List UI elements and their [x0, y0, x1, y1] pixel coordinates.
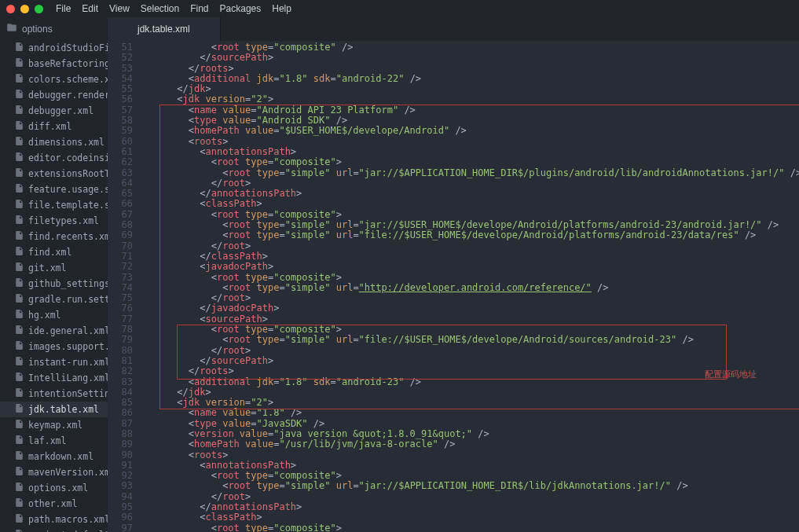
file-item[interactable]: colors.scheme.xml	[0, 72, 108, 87]
file-item[interactable]: git.xml	[0, 260, 108, 276]
menu-selection[interactable]: Selection	[141, 3, 179, 14]
code-content[interactable]: 配置源码地址 <root type="composite" /> </sourc…	[139, 41, 799, 532]
code-line[interactable]: <name value="1.8" />	[139, 408, 799, 418]
menu-edit[interactable]: Edit	[82, 3, 98, 14]
file-item[interactable]: project.default.xml	[0, 527, 108, 532]
file-item[interactable]: images.support.xml	[0, 339, 108, 354]
file-item[interactable]: keymap.xml	[0, 417, 108, 433]
code-line[interactable]: </root>	[139, 241, 799, 251]
code-line[interactable]: <root type="composite">	[139, 471, 799, 481]
code-line[interactable]: <sourcePath>	[139, 314, 799, 325]
code-line[interactable]: <type value="JavaSDK" />	[139, 419, 799, 429]
code-line[interactable]: </sourcePath>	[139, 356, 799, 366]
code-line[interactable]: <jdk version="2">	[139, 94, 799, 105]
file-item[interactable]: github_settings.xml	[0, 276, 108, 292]
file-item[interactable]: markdown.xml	[0, 449, 108, 464]
file-item[interactable]: extensionsRootType.xm	[0, 166, 108, 182]
file-icon	[14, 513, 24, 526]
menu-view[interactable]: View	[109, 3, 130, 14]
code-line[interactable]: <root type="simple" url="jar://$APPLICAT…	[139, 168, 799, 178]
code-line[interactable]: <root type="composite">	[139, 273, 799, 283]
line-number: 94	[108, 492, 133, 502]
line-number: 71	[108, 251, 133, 262]
file-item[interactable]: path.macros.xml	[0, 512, 108, 527]
code-line[interactable]: </roots>	[139, 64, 799, 74]
code-line[interactable]: <root type="composite">	[139, 325, 799, 335]
code-line[interactable]: <classPath>	[139, 199, 799, 209]
code-line[interactable]: <additional jdk="1.8" sdk="android-22" /…	[139, 74, 799, 84]
code-line[interactable]: <jdk version="2">	[139, 398, 799, 408]
file-item[interactable]: debugger.xml	[0, 103, 108, 119]
maximize-window-button[interactable]	[35, 5, 43, 13]
file-item[interactable]: androidStudioFirstRun.x	[0, 40, 108, 56]
file-label: laf.xml	[28, 435, 66, 446]
code-line[interactable]: <root type="simple" url="jar://$APPLICAT…	[139, 481, 799, 491]
file-item[interactable]: IntelliLang.xml	[0, 370, 108, 386]
code-line[interactable]: <root type="composite" />	[139, 42, 799, 53]
file-item[interactable]: mavenVersion.xml	[0, 464, 108, 480]
code-line[interactable]: <root type="simple" url="file://$USER_HO…	[139, 335, 799, 345]
code-line[interactable]: </root>	[139, 346, 799, 356]
code-line[interactable]: </root>	[139, 178, 799, 189]
menu-find[interactable]: Find	[190, 3, 208, 14]
file-list[interactable]: androidStudioFirstRun.xbaseRefactoring.x…	[0, 40, 108, 532]
tab-jdk-table[interactable]: jdk.table.xml	[108, 17, 221, 41]
file-item[interactable]: gradle.run.settings.xml	[0, 292, 108, 307]
code-line[interactable]: <classPath>	[139, 512, 799, 523]
code-line[interactable]: </javadocPath>	[139, 303, 799, 314]
file-item[interactable]: instant-run.xml	[0, 354, 108, 370]
menu-packages[interactable]: Packages	[220, 3, 262, 14]
code-line[interactable]: </jdk>	[139, 387, 799, 398]
file-item[interactable]: diff.xml	[0, 119, 108, 134]
code-line[interactable]: <javadocPath>	[139, 262, 799, 272]
file-item[interactable]: other.xml	[0, 496, 108, 512]
code-line[interactable]: </sourcePath>	[139, 53, 799, 63]
file-icon	[14, 403, 24, 416]
file-item[interactable]: options.xml	[0, 480, 108, 496]
code-line[interactable]: <root type="simple" url="jar://$USER_HOM…	[139, 220, 799, 230]
code-line[interactable]: <root type="simple" url="file://$USER_HO…	[139, 230, 799, 240]
file-item[interactable]: debugger.renderers.xml	[0, 87, 108, 103]
file-item[interactable]: find.recents.xml	[0, 229, 108, 244]
code-line[interactable]: <additional jdk="1.8" sdk="android-23" /…	[139, 377, 799, 387]
file-item[interactable]: dimensions.xml	[0, 134, 108, 150]
code-line[interactable]: <name value="Android API 23 Platform" />	[139, 105, 799, 116]
code-line[interactable]: <root type="composite">	[139, 523, 799, 532]
code-line[interactable]: <root type="composite">	[139, 210, 799, 220]
code-line[interactable]: <roots>	[139, 450, 799, 460]
file-item[interactable]: ide.general.xml	[0, 323, 108, 339]
code-line[interactable]: <annotationsPath>	[139, 147, 799, 157]
code-line[interactable]: </jdk>	[139, 84, 799, 94]
file-item[interactable]: jdk.table.xml	[0, 402, 108, 417]
code-editor[interactable]: 5152535455565758596061626364656667686970…	[108, 41, 799, 532]
file-item[interactable]: intentionSettings.xml	[0, 386, 108, 402]
file-item[interactable]: editor.codeinsight.xml	[0, 150, 108, 166]
file-item[interactable]: feature.usage.statistics.	[0, 182, 108, 197]
sidebar-root[interactable]: options	[0, 17, 108, 40]
minimize-window-button[interactable]	[20, 5, 29, 13]
code-line[interactable]: </root>	[139, 492, 799, 502]
code-line[interactable]: </classPath>	[139, 251, 799, 262]
code-line[interactable]: <version value="java version &quot;1.8.0…	[139, 429, 799, 439]
code-line[interactable]: </root>	[139, 293, 799, 303]
close-window-button[interactable]	[6, 5, 15, 13]
code-line[interactable]: <root type="composite">	[139, 157, 799, 167]
code-line[interactable]: <homePath value="/usr/lib/jvm/java-8-ora…	[139, 439, 799, 449]
menu-help[interactable]: Help	[272, 3, 291, 14]
file-item[interactable]: baseRefactoring.xml	[0, 56, 108, 72]
code-line[interactable]: <annotationsPath>	[139, 460, 799, 471]
file-item[interactable]: find.xml	[0, 244, 108, 260]
code-line[interactable]: </annotationsPath>	[139, 502, 799, 512]
menu-file[interactable]: File	[56, 3, 71, 14]
code-line[interactable]: <homePath value="$USER_HOME$/develope/An…	[139, 126, 799, 136]
code-line[interactable]: <roots>	[139, 137, 799, 147]
code-line[interactable]: <type value="Android SDK" />	[139, 116, 799, 126]
file-item[interactable]: hg.xml	[0, 307, 108, 323]
code-line[interactable]: <root type="simple" url="http://develope…	[139, 283, 799, 293]
line-number: 91	[108, 460, 133, 471]
code-line[interactable]: </annotationsPath>	[139, 189, 799, 199]
file-item[interactable]: laf.xml	[0, 433, 108, 449]
file-item[interactable]: file.template.settings.xr	[0, 197, 108, 213]
code-line[interactable]: </roots>	[139, 366, 799, 376]
file-item[interactable]: filetypes.xml	[0, 213, 108, 229]
